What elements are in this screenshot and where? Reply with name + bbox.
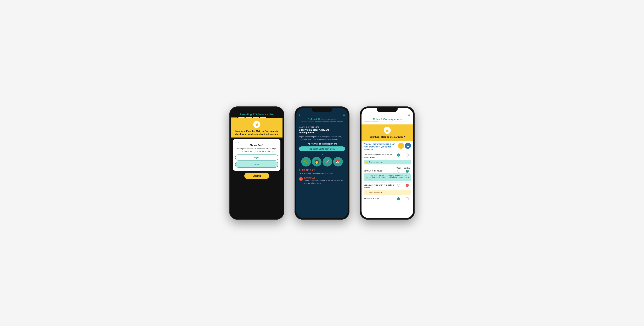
example-row: ★ EXAMPLE: Young children should be in t… xyxy=(299,177,345,185)
divider-2 xyxy=(364,182,411,183)
divider-3 xyxy=(364,196,411,196)
screen-title-1: Parenting & Substance Use xyxy=(231,113,282,116)
rule-3-feedback-text: This is a clear rule. xyxy=(368,192,383,193)
menu-button-2[interactable]: ≡ xyxy=(343,113,345,117)
prog-3-seg-3 xyxy=(379,122,385,122)
intro-text-3: Your turn: clear or unclear rules? xyxy=(370,136,405,138)
feedback-icon-3: ⚠ xyxy=(365,191,367,194)
screen-2: ‹ ≡ Rules & Consequences MANAGING TODDLE… xyxy=(296,108,348,218)
rule-3-unclear-option[interactable]: ✕ xyxy=(404,184,411,187)
progress-bar-1 xyxy=(231,117,282,118)
rule-4-unclear-radio[interactable] xyxy=(406,197,409,200)
rule-3-feedback: ⚠ This is a clear rule. xyxy=(364,190,411,195)
rule-1-unclear-option[interactable] xyxy=(404,154,411,156)
rule-text-1: Seat belts need to be on in the car befo… xyxy=(364,154,395,158)
tap-image-button[interactable]: Tap the image to learn more. xyxy=(299,146,345,151)
back-button-1[interactable]: ‹ xyxy=(231,108,232,112)
card-question: Myth or Fact? xyxy=(235,144,278,146)
rule-2-feedback: 👍 "Walk when you are in the house" would… xyxy=(364,174,411,181)
col-header-unclear: Unclear xyxy=(404,167,411,169)
screen-3: ‹ ≡ Rules & Consequences ☝ Your turn: cl… xyxy=(362,108,413,218)
hand-icon-1: ☝ xyxy=(255,122,259,126)
feedback-icon-2: 👍 xyxy=(365,176,368,178)
yellow-section-1: ☝ Your turn: Play this Myth or Fact game… xyxy=(231,118,282,138)
nav-row-3: ‹ ≡ xyxy=(364,113,410,117)
phone-3: ‹ ≡ Rules & Consequences ☝ Your turn: cl… xyxy=(360,106,415,220)
rule-4-unclear-option[interactable] xyxy=(404,197,411,200)
menu-button-3[interactable]: ≡ xyxy=(408,113,410,117)
circle-img-2[interactable]: 👩 xyxy=(312,157,322,166)
screen-1: ‹ ≡ Parenting & Substance Use ☝ Your tur… xyxy=(231,108,282,218)
rule-row-3: Use a quiet voice when your sister is na… xyxy=(364,184,411,195)
rule-3-unclear-radio[interactable]: ✕ xyxy=(406,184,409,187)
intro-text-1: Your turn: Play this Myth or Fact game t… xyxy=(234,130,280,136)
hand-icon-3: ☝ xyxy=(385,128,390,132)
example-body: Young children should be in the same roo… xyxy=(304,179,345,185)
rule-4-clear-option[interactable]: ✓ xyxy=(395,197,402,200)
phone-1: ‹ ≡ Parenting & Substance Use ☝ Your tur… xyxy=(229,106,284,220)
prog-2-seg-3 xyxy=(315,122,322,122)
rule-1-unclear-radio[interactable] xyxy=(406,154,409,156)
notch-2 xyxy=(312,108,332,112)
prog-seg-5 xyxy=(260,117,266,118)
notch-3 xyxy=(377,108,398,112)
screen-title-2: Rules & Consequences xyxy=(308,118,336,120)
rule-4-clear-radio[interactable]: ✓ xyxy=(397,197,400,200)
first-rule-icons: ☀️ ☁ xyxy=(398,143,411,149)
cloud-icon: ☁ xyxy=(405,143,411,149)
rule-2-unclear-radio[interactable]: ✓ xyxy=(406,170,409,173)
progress-bar-3 xyxy=(364,122,410,122)
menu-button-1[interactable]: ≡ xyxy=(280,108,282,112)
prog-3-seg-5 xyxy=(393,122,400,122)
rule-text-3: Use a quiet voice when your sister is na… xyxy=(364,184,395,189)
rule-2-clear-radio[interactable] xyxy=(397,170,400,173)
circle-img-3[interactable]: 🎸 xyxy=(322,157,332,166)
rule-text-4: Bedtime is at 8:00. xyxy=(364,197,395,200)
submit-area: Submit xyxy=(231,172,282,179)
screen2-content: MANAGING TODDLERS Supervision, clear rul… xyxy=(296,124,348,186)
divider-1 xyxy=(364,166,411,166)
prog-2-seg-4 xyxy=(322,122,329,122)
nav-row-2: ‹ ≡ xyxy=(299,113,345,117)
card-counter: 3 / 6 xyxy=(235,141,278,143)
rule-2-feedback-text: "Walk when you are in the house" would b… xyxy=(369,174,409,180)
rule-3-clear-option[interactable] xyxy=(395,184,402,187)
circle-img-4[interactable]: 📚 xyxy=(333,157,343,166)
phone-2: ‹ ≡ Rules & Consequences MANAGING TODDLE… xyxy=(294,106,350,220)
prog-2-seg-6 xyxy=(337,122,343,122)
prog-seg-2 xyxy=(238,117,245,118)
sun-icon: ☀️ xyxy=(398,143,404,149)
prog-2-seg-1 xyxy=(301,122,307,122)
star-icon: ★ xyxy=(299,177,303,181)
prog-3-seg-4 xyxy=(386,122,392,122)
checking-body: Be able to see young children at all tim… xyxy=(299,172,345,175)
prog-3-seg-1 xyxy=(364,122,371,122)
back-button-2[interactable]: ‹ xyxy=(299,113,300,117)
prog-2-seg-5 xyxy=(330,122,336,122)
submit-button[interactable]: Submit xyxy=(244,172,269,179)
prog-seg-4 xyxy=(252,117,259,118)
rule-1-clear-radio[interactable]: ✓ xyxy=(397,154,400,156)
circle-img-1[interactable]: 🌿 xyxy=(301,157,311,166)
rule-2-unclear-option[interactable]: ✓ xyxy=(404,170,411,173)
example-label: EXAMPLE: xyxy=(304,177,345,179)
rule-3-clear-radio[interactable] xyxy=(397,184,400,187)
rule-row-1: Seat belts need to be on in the car befo… xyxy=(364,154,411,164)
rule-1-clear-option[interactable]: ✓ xyxy=(395,154,402,156)
icon-circle-1: ☝ xyxy=(253,121,260,128)
prog-2-seg-2 xyxy=(308,122,314,122)
back-button-3[interactable]: ‹ xyxy=(364,113,365,117)
rule-row-4: Bedtime is at 8:00. ✓ xyxy=(364,197,411,200)
screen3-rules: Which of the following are clear rules t… xyxy=(362,141,413,218)
rule-2-clear-option[interactable] xyxy=(395,170,402,173)
myth-fact-card: 3 / 6 Myth or Fact? Prescription opioids… xyxy=(233,139,280,171)
rule-1-feedback: 👍 This is a clear rule. xyxy=(364,160,411,164)
circle-images: 🌿 👩 🎸 📚 xyxy=(299,157,345,166)
fact-button[interactable]: Fact xyxy=(235,162,278,168)
prog-seg-1 xyxy=(231,117,238,118)
managing-toddlers-label: MANAGING TODDLERS xyxy=(299,126,345,128)
myth-button[interactable]: Myth xyxy=(235,154,278,160)
card-body: Prescription opioids are safer than "str… xyxy=(235,148,278,153)
rule-text-2: Don't run in the house! xyxy=(364,170,395,172)
screen2-heading: Supervision, clear rules, and consequenc… xyxy=(299,128,345,134)
